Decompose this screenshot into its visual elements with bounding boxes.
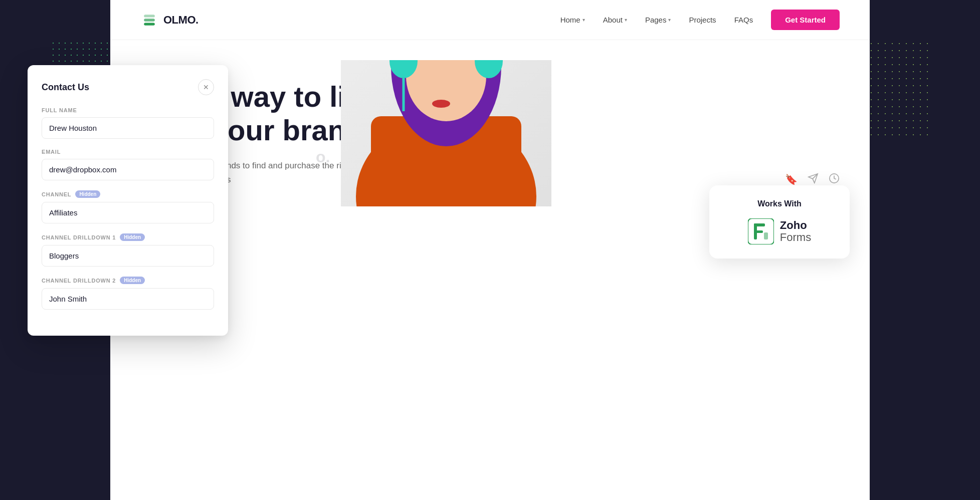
logo-icon [140,11,158,29]
svg-point-7 [432,100,450,108]
email-input[interactable] [42,159,214,180]
zoho-logo: Zoho Forms [724,218,835,244]
channel-drilldown-2-hidden-badge: Hidden [120,277,145,284]
svg-rect-19 [764,232,768,239]
form-group-email: EMAIL [42,149,214,180]
nav-projects[interactable]: Projects [689,16,716,24]
logo[interactable]: OLMO. [140,11,199,29]
modal-header: Contact Us ✕ [42,79,214,95]
full-name-label: FULL NAME [42,107,214,113]
clock-icon[interactable] [829,173,840,186]
svg-rect-0 [144,23,155,25]
form-group-full-name: FULL NAME [42,107,214,139]
nav-about[interactable]: About ▾ [603,16,627,24]
svg-rect-1 [144,19,155,21]
nav-pages[interactable]: Pages ▾ [645,16,671,24]
modal-close-button[interactable]: ✕ [198,79,214,95]
channel-drilldown-1-input[interactable] [42,245,214,267]
channel-drilldown-2-input[interactable] [42,288,214,310]
email-label: EMAIL [42,149,214,155]
contact-modal: Contact Us ✕ FULL NAME EMAIL CHANNEL Hid… [28,65,228,336]
svg-rect-18 [754,230,763,233]
form-group-channel: CHANNEL Hidden [42,190,214,223]
logo-text: OLMO. [163,14,199,27]
bookmark-icon[interactable]: 🔖 [785,173,798,185]
svg-rect-2 [144,15,155,17]
hero-person-image [341,60,551,206]
close-icon: ✕ [203,83,209,91]
form-group-channel-drilldown-2: CHANNEL DRILLDOWN 2 Hidden [42,277,214,310]
full-name-input[interactable] [42,117,214,139]
channel-drilldown-2-label: CHANNEL DRILLDOWN 2 Hidden [42,277,214,284]
channel-input[interactable] [42,202,214,223]
channel-drilldown-1-hidden-badge: Hidden [120,233,145,241]
channel-hidden-badge: Hidden [75,190,100,198]
send-icon[interactable] [808,173,819,186]
bottom-icons-bar: 🔖 [785,173,840,186]
logo-watermark: o. [316,148,330,166]
form-group-channel-drilldown-1: CHANNEL DRILLDOWN 1 Hidden [42,233,214,267]
channel-label: CHANNEL Hidden [42,190,214,198]
person-svg [341,60,551,206]
modal-title: Contact Us [42,82,89,93]
get-started-button[interactable]: Get Started [771,10,840,30]
channel-drilldown-1-label: CHANNEL DRILLDOWN 1 Hidden [42,233,214,241]
zoho-forms-icon [748,218,774,244]
nav-faqs[interactable]: FAQs [734,16,753,24]
about-chevron: ▾ [625,17,627,23]
zoho-brand-text: Zoho Forms [780,219,811,243]
svg-rect-17 [754,223,765,226]
zoho-name: Zoho [780,219,811,231]
zoho-product: Forms [780,231,811,243]
works-with-title: Works With [724,199,835,208]
dark-right-panel [870,0,980,500]
nav-home[interactable]: Home ▾ [560,16,585,24]
navbar: OLMO. Home ▾ About ▾ Pages ▾ Projects FA… [110,0,870,40]
hero-image-area: o. 🔖 [301,60,870,206]
works-with-card: Works With Zoho Forms [709,185,850,259]
nav-links: Home ▾ About ▾ Pages ▾ Projects FAQs Get… [560,10,840,30]
home-chevron: ▾ [582,17,585,23]
pages-chevron: ▾ [668,17,671,23]
